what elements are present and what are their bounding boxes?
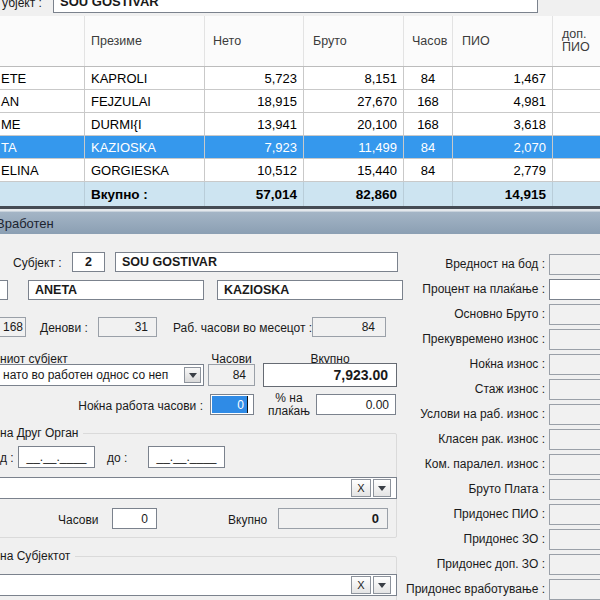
right-field (549, 379, 600, 400)
cell-bruto: 15,440 (304, 159, 404, 181)
cell-pio: 3,618 (453, 113, 553, 135)
cell-surname: KAZIOSKA (85, 136, 205, 158)
right-field (549, 529, 600, 550)
right-field (549, 479, 600, 500)
work-relation-combobox[interactable]: нато во работен однос со неп (0, 364, 204, 386)
right-field (549, 429, 600, 450)
cell-neto: 13,941 (205, 113, 304, 135)
cell-pio: 1,467 (453, 67, 553, 89)
right-field (549, 454, 600, 475)
table-row[interactable]: ME DURMI{I 13,941 20,100 168 3,618 (0, 113, 600, 136)
cell-bruto: 20,100 (304, 113, 404, 135)
cell-neto: 7,923 (205, 136, 304, 158)
dropdown-button[interactable] (373, 576, 391, 594)
table-row[interactable]: ELINA GORGIESKA 10,512 15,440 84 2,779 (0, 159, 600, 182)
cell-hours: 84 (404, 67, 453, 89)
other-total-label: Вкупно (228, 513, 267, 527)
relation-total-field[interactable]: 7,923.00 (263, 363, 397, 387)
date-to-label: до : (107, 451, 127, 465)
total-label: Вкупно : (85, 182, 205, 206)
cell-hours: 84 (404, 159, 453, 181)
header-bruto[interactable]: Бруто (304, 16, 404, 66)
cell-pio: 2,779 (453, 159, 553, 181)
cell-dop-pio (553, 113, 600, 135)
percent-pay-field[interactable]: 0.00 (316, 394, 396, 415)
last-name-field[interactable]: KAZIOSKA (217, 280, 403, 300)
cell-surname: GORGIESKA (85, 159, 205, 181)
header-hours[interactable]: Часов (404, 16, 453, 66)
window-title: Вработен (0, 216, 54, 231)
right-label: Процент на плаќање : (395, 282, 545, 296)
subject-name-field[interactable]: SOU GOSTIVAR (115, 252, 398, 272)
percent-pay-right-input[interactable] (549, 279, 600, 300)
right-field (549, 404, 600, 425)
clear-button[interactable]: X (351, 479, 371, 497)
cell-neto: 18,915 (205, 90, 304, 112)
table-row-selected[interactable]: TA KAZIOSKA 7,923 11,499 84 2,070 (0, 136, 600, 159)
cell-bruto: 8,151 (304, 67, 404, 89)
right-label: Придонес вработување : (395, 582, 545, 596)
clear-button[interactable]: X (351, 576, 371, 594)
subject-group-title: на Субјектот (0, 549, 75, 563)
table-row[interactable]: ETE KAPROLI 5,723 8,151 84 1,467 (0, 67, 600, 90)
subject-name-field-top[interactable]: SOU GOSTIVAR (53, 0, 538, 13)
chevron-down-icon[interactable] (184, 367, 201, 383)
month-hours-field: 84 (312, 317, 386, 337)
header-name[interactable] (0, 16, 85, 66)
days-label: Денови : (40, 321, 88, 335)
month-hours-label: Раб. часови во месецот : (173, 321, 312, 335)
cell-name: ETE (0, 67, 85, 89)
cell-dop-pio (553, 159, 600, 181)
first-name-field[interactable]: ANETA (28, 280, 204, 300)
relation-hours-field: 84 (208, 364, 255, 386)
subject-label-cropped: убјект : (2, 0, 42, 10)
right-label: Придонес доп. ЗО : (395, 557, 545, 571)
date-from-label-cropped: д : (0, 451, 14, 465)
header-dop-line2: ПИО (562, 41, 590, 54)
total-empty (0, 182, 85, 206)
cell-hours: 84 (404, 136, 453, 158)
total-bruto: 82,860 (304, 182, 404, 206)
header-pio[interactable]: ПИО (453, 16, 553, 66)
table-row[interactable]: AN FEJZULAI 18,915 27,670 168 4,981 (0, 90, 600, 113)
total-pio: 14,915 (453, 182, 553, 206)
night-hours-input[interactable]: 0 (210, 394, 254, 415)
header-surname[interactable]: Презиме (85, 16, 205, 66)
right-label: Бруто Плата : (395, 482, 545, 496)
header-dop-pio[interactable]: доп. ПИО (553, 16, 600, 66)
right-field (549, 304, 600, 325)
subject-code-field[interactable]: 2 (72, 252, 105, 272)
table-total-row: Вкупно : 57,014 82,860 14,915 (0, 182, 600, 206)
cell-name: AN (0, 90, 85, 112)
field-fragment (0, 280, 8, 300)
percent-pay-label: % на плаќањ (262, 392, 316, 418)
header-neto[interactable]: Нето (205, 16, 304, 66)
dropdown-button[interactable] (373, 479, 391, 497)
cell-dop-pio (553, 90, 600, 112)
total-dop-pio (553, 182, 600, 206)
cell-name: ME (0, 113, 85, 135)
date-to-input[interactable]: __.__.____ (148, 446, 225, 468)
night-hours-selection: 0 (212, 396, 248, 413)
night-work-label: Ноќна работа часови : (40, 399, 203, 413)
other-hours-input[interactable]: 0 (112, 508, 157, 529)
right-label: Услови на раб. износ : (395, 407, 545, 421)
hours-168-field: 168 (0, 317, 26, 337)
right-field (549, 354, 600, 375)
cell-name: ELINA (0, 159, 85, 181)
cell-dop-pio (553, 67, 600, 89)
subject-label: Субјект : (13, 256, 62, 270)
date-from-input[interactable]: __.__.____ (18, 446, 95, 468)
right-field (549, 554, 600, 575)
right-label: Класен рак. износ : (395, 432, 545, 446)
cell-bruto: 27,670 (304, 90, 404, 112)
window-titlebar[interactable]: Вработен (0, 211, 600, 234)
right-label: Ноќна износ : (395, 357, 545, 371)
cell-hours: 168 (404, 90, 453, 112)
other-organ-combobox[interactable] (0, 477, 397, 499)
cell-neto: 10,512 (205, 159, 304, 181)
cell-name: TA (0, 136, 85, 158)
subject-combobox[interactable] (0, 574, 397, 596)
right-label: Ком. паралел. износ : (395, 457, 545, 471)
days-field: 31 (98, 317, 157, 337)
